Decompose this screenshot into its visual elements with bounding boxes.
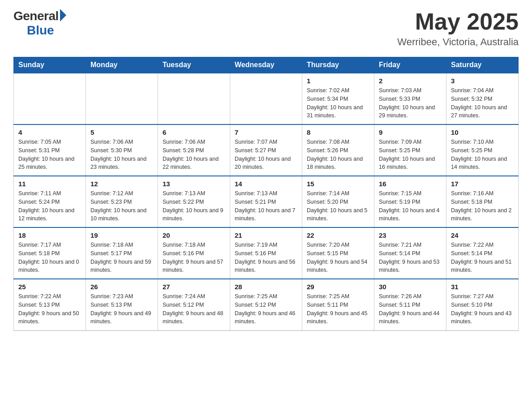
day-info: Sunrise: 7:25 AMSunset: 5:12 PMDaylight:… [235,292,297,326]
calendar-cell [158,73,230,124]
day-number: 29 [307,283,369,291]
day-info: Sunrise: 7:11 AMSunset: 5:24 PMDaylight:… [18,189,81,223]
day-info: Sunrise: 7:25 AMSunset: 5:11 PMDaylight:… [307,292,369,326]
day-number: 15 [307,180,369,188]
calendar-cell: 25Sunrise: 7:22 AMSunset: 5:13 PMDayligh… [14,279,86,330]
logo-general-text: General [13,9,59,23]
calendar-header-monday: Monday [86,57,158,73]
day-info: Sunrise: 7:16 AMSunset: 5:18 PMDaylight:… [451,189,514,223]
day-info: Sunrise: 7:19 AMSunset: 5:16 PMDaylight:… [235,241,297,274]
day-number: 18 [18,231,81,239]
day-info: Sunrise: 7:07 AMSunset: 5:27 PMDaylight:… [235,138,297,171]
day-number: 23 [379,231,442,239]
logo-arrow-icon [60,9,66,21]
day-info: Sunrise: 7:04 AMSunset: 5:32 PMDaylight:… [451,86,514,120]
day-info: Sunrise: 7:03 AMSunset: 5:33 PMDaylight:… [379,86,442,120]
day-info: Sunrise: 7:18 AMSunset: 5:16 PMDaylight:… [163,241,225,274]
day-number: 6 [163,128,225,136]
calendar-header-tuesday: Tuesday [158,57,230,73]
calendar-cell: 3Sunrise: 7:04 AMSunset: 5:32 PMDaylight… [446,73,519,124]
calendar-cell: 17Sunrise: 7:16 AMSunset: 5:18 PMDayligh… [446,176,519,227]
calendar-cell [86,73,158,124]
calendar-cell: 12Sunrise: 7:12 AMSunset: 5:23 PMDayligh… [86,176,158,227]
calendar-cell: 13Sunrise: 7:13 AMSunset: 5:22 PMDayligh… [158,176,230,227]
calendar-table: SundayMondayTuesdayWednesdayThursdayFrid… [13,57,519,331]
calendar-week-row: 1Sunrise: 7:02 AMSunset: 5:34 PMDaylight… [14,73,519,124]
calendar-cell: 26Sunrise: 7:23 AMSunset: 5:13 PMDayligh… [86,279,158,330]
day-number: 10 [451,128,514,136]
calendar-cell: 20Sunrise: 7:18 AMSunset: 5:16 PMDayligh… [158,227,230,279]
calendar-cell [14,73,86,124]
day-info: Sunrise: 7:17 AMSunset: 5:18 PMDaylight:… [18,241,81,274]
day-number: 26 [90,283,153,291]
day-info: Sunrise: 7:26 AMSunset: 5:11 PMDaylight:… [379,292,442,326]
day-number: 17 [451,180,514,188]
calendar-cell: 27Sunrise: 7:24 AMSunset: 5:12 PMDayligh… [158,279,230,330]
day-info: Sunrise: 7:27 AMSunset: 5:10 PMDaylight:… [451,292,514,326]
calendar-cell: 6Sunrise: 7:06 AMSunset: 5:28 PMDaylight… [158,124,230,176]
day-number: 31 [451,283,514,291]
page-header: General Blue May 2025 Werribee, Victoria… [13,9,519,48]
day-info: Sunrise: 7:12 AMSunset: 5:23 PMDaylight:… [90,189,153,223]
day-number: 16 [379,180,442,188]
day-number: 14 [235,180,297,188]
calendar-cell: 22Sunrise: 7:20 AMSunset: 5:15 PMDayligh… [302,227,374,279]
calendar-cell: 14Sunrise: 7:13 AMSunset: 5:21 PMDayligh… [230,176,302,227]
title-area: May 2025 Werribee, Victoria, Australia [397,9,519,48]
day-number: 30 [379,283,442,291]
day-info: Sunrise: 7:05 AMSunset: 5:31 PMDaylight:… [18,138,81,171]
day-info: Sunrise: 7:13 AMSunset: 5:22 PMDaylight:… [163,189,225,223]
calendar-header-thursday: Thursday [302,57,374,73]
day-number: 12 [90,180,153,188]
day-number: 21 [235,231,297,239]
calendar-cell: 7Sunrise: 7:07 AMSunset: 5:27 PMDaylight… [230,124,302,176]
day-number: 25 [18,283,81,291]
day-info: Sunrise: 7:21 AMSunset: 5:14 PMDaylight:… [379,241,442,274]
day-number: 2 [379,77,442,85]
calendar-cell [230,73,302,124]
calendar-cell: 21Sunrise: 7:19 AMSunset: 5:16 PMDayligh… [230,227,302,279]
month-title: May 2025 [397,9,519,34]
calendar-week-row: 25Sunrise: 7:22 AMSunset: 5:13 PMDayligh… [14,279,519,330]
day-number: 4 [18,128,81,136]
calendar-cell: 8Sunrise: 7:08 AMSunset: 5:26 PMDaylight… [302,124,374,176]
calendar-cell: 16Sunrise: 7:15 AMSunset: 5:19 PMDayligh… [374,176,446,227]
calendar-header-saturday: Saturday [446,57,519,73]
calendar-week-row: 11Sunrise: 7:11 AMSunset: 5:24 PMDayligh… [14,176,519,227]
calendar-cell: 24Sunrise: 7:22 AMSunset: 5:14 PMDayligh… [446,227,519,279]
day-info: Sunrise: 7:18 AMSunset: 5:17 PMDaylight:… [90,241,153,274]
day-info: Sunrise: 7:23 AMSunset: 5:13 PMDaylight:… [90,292,153,326]
calendar-cell: 23Sunrise: 7:21 AMSunset: 5:14 PMDayligh… [374,227,446,279]
day-info: Sunrise: 7:06 AMSunset: 5:30 PMDaylight:… [90,138,153,171]
calendar-cell: 4Sunrise: 7:05 AMSunset: 5:31 PMDaylight… [14,124,86,176]
calendar-cell: 5Sunrise: 7:06 AMSunset: 5:30 PMDaylight… [86,124,158,176]
day-info: Sunrise: 7:08 AMSunset: 5:26 PMDaylight:… [307,138,369,171]
day-number: 11 [18,180,81,188]
day-info: Sunrise: 7:09 AMSunset: 5:25 PMDaylight:… [379,138,442,171]
day-info: Sunrise: 7:06 AMSunset: 5:28 PMDaylight:… [163,138,225,171]
day-number: 27 [163,283,225,291]
logo-blue-text: Blue [27,23,54,38]
day-number: 8 [307,128,369,136]
day-info: Sunrise: 7:10 AMSunset: 5:25 PMDaylight:… [451,138,514,171]
calendar-week-row: 18Sunrise: 7:17 AMSunset: 5:18 PMDayligh… [14,227,519,279]
calendar-cell: 29Sunrise: 7:25 AMSunset: 5:11 PMDayligh… [302,279,374,330]
calendar-cell: 9Sunrise: 7:09 AMSunset: 5:25 PMDaylight… [374,124,446,176]
location-subtitle: Werribee, Victoria, Australia [397,36,519,48]
calendar-week-row: 4Sunrise: 7:05 AMSunset: 5:31 PMDaylight… [14,124,519,176]
calendar-header-sunday: Sunday [14,57,86,73]
calendar-header-row: SundayMondayTuesdayWednesdayThursdayFrid… [14,57,519,73]
day-number: 3 [451,77,514,85]
logo: General Blue [13,9,66,38]
calendar-cell: 11Sunrise: 7:11 AMSunset: 5:24 PMDayligh… [14,176,86,227]
day-number: 7 [235,128,297,136]
calendar-cell: 1Sunrise: 7:02 AMSunset: 5:34 PMDaylight… [302,73,374,124]
calendar-cell: 15Sunrise: 7:14 AMSunset: 5:20 PMDayligh… [302,176,374,227]
day-number: 22 [307,231,369,239]
day-info: Sunrise: 7:20 AMSunset: 5:15 PMDaylight:… [307,241,369,274]
day-info: Sunrise: 7:14 AMSunset: 5:20 PMDaylight:… [307,189,369,223]
day-number: 19 [90,231,153,239]
day-info: Sunrise: 7:22 AMSunset: 5:14 PMDaylight:… [451,241,514,274]
day-number: 5 [90,128,153,136]
calendar-cell: 19Sunrise: 7:18 AMSunset: 5:17 PMDayligh… [86,227,158,279]
